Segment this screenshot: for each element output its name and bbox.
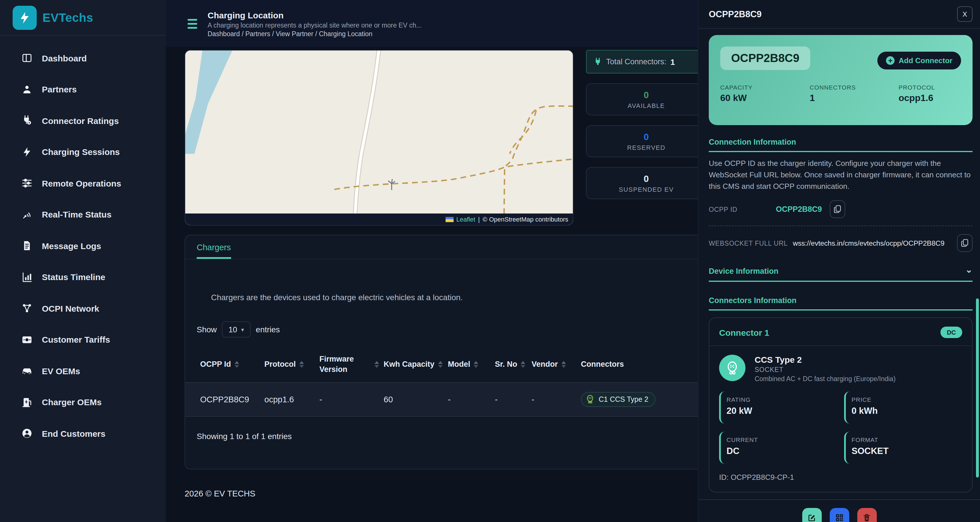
dc-badge: DC [940, 327, 962, 338]
connector-type-row: CCS Type 2 SOCKET Combined AC + DC fast … [710, 346, 972, 382]
chevron-down-icon: ▾ [241, 326, 244, 333]
cell-model: - [448, 395, 495, 404]
edit-connector-button[interactable] [802, 508, 821, 522]
sort-icon[interactable] [562, 361, 566, 368]
column-header-kwh[interactable]: Kwh Capacity [383, 359, 448, 369]
sort-icon[interactable] [474, 361, 478, 368]
sidebar-item-remote-operations[interactable]: Remote Operations [0, 168, 166, 199]
column-header-ocpp-id[interactable]: OCPP Id [200, 359, 264, 369]
osm-attribution[interactable]: © OpenStreetMap contributors [482, 216, 568, 223]
column-header-sr-no[interactable]: Sr. No [495, 359, 531, 369]
sidebar-item-end-customers[interactable]: End Customers [0, 418, 166, 449]
sidebar-item-customer-tariffs[interactable]: Customer Tariffs [0, 324, 166, 355]
sidebar-item-charger-oems[interactable]: Charger OEMs [0, 386, 166, 418]
brand[interactable]: EVTechs [0, 0, 166, 35]
total-connectors-value: 1 [670, 57, 675, 66]
page-size-select[interactable]: 10 ▾ [222, 321, 251, 337]
page-subtitle: A charging location represents a physica… [208, 22, 422, 29]
cell-protocol: ocpp1.6 [264, 395, 320, 404]
copy-websocket-url-button[interactable] [957, 234, 972, 252]
sliders-icon [21, 177, 33, 190]
ocpp-id-value: OCPP2B8C9 [776, 205, 822, 214]
panel-scrollbar[interactable] [976, 299, 979, 477]
sidebar-item-charging-sessions[interactable]: Charging Sessions [0, 136, 166, 168]
plus-icon: + [886, 56, 894, 65]
copy-icon [961, 239, 969, 247]
table-info: Showing 1 to 1 of 1 entries [185, 417, 706, 441]
copy-ocpp-id-button[interactable] [830, 200, 846, 218]
panel-title: OCPP2B8C9 [709, 9, 762, 19]
add-connector-button[interactable]: + Add Connector [877, 52, 961, 69]
total-connectors-box: Total Connectors: 1 [586, 50, 706, 73]
device-info-heading[interactable]: Device Information ⌄ [709, 266, 972, 276]
sidebar-item-status-timeline[interactable]: Status Timeline [0, 262, 166, 293]
delete-connector-button[interactable] [857, 508, 877, 522]
connector-type-description: Combined AC + DC fast charging (Europe/I… [755, 375, 896, 382]
available-counter: 0 AVAILABLE [586, 83, 706, 115]
ccs-connector-icon [719, 355, 746, 381]
connection-info-heading: Connection Information [709, 138, 972, 146]
connectors-info-heading: Connectors Information [709, 296, 972, 305]
network-icon [21, 302, 33, 315]
file-text-icon [21, 239, 33, 252]
person-icon [21, 83, 33, 96]
reserved-counter: 0 RESERVED [586, 125, 706, 157]
sort-icon[interactable] [299, 361, 304, 368]
sidebar-item-ev-oems[interactable]: EV OEMs [0, 355, 166, 386]
suspended-counter: 0 SUSPENDED EV [586, 167, 706, 199]
chargers-card: Chargers Chargers are the devices used t… [185, 235, 706, 469]
connection-description: Use OCPP ID as the charger identity. Con… [709, 158, 972, 192]
column-header-model[interactable]: Model [448, 359, 495, 369]
app: EVTechs Dashboard Partners Connector Rat… [0, 0, 980, 522]
protocol-stat: PROTOCOL ocpp1.6 [899, 84, 935, 103]
breadcrumb[interactable]: Dashboard / Partners / View Partner / Ch… [208, 30, 422, 37]
column-header-firmware[interactable]: Firmware Version [320, 354, 383, 375]
edit-icon [807, 513, 816, 522]
current-field: CURRENT DC [719, 432, 837, 464]
cell-vendor: - [531, 395, 581, 404]
total-connectors-label: Total Connectors: [606, 57, 666, 66]
table-row[interactable]: OCPP2B8C9 ocpp1.6 - 60 - - - C1 CCS Type… [185, 382, 706, 417]
connector-card: Connector 1 DC CCS Type 2 SOCKET Combine… [709, 318, 972, 492]
page-size-row: Show 10 ▾ entries [185, 302, 706, 337]
chevron-down-icon[interactable]: ⌄ [966, 265, 972, 275]
column-header-protocol[interactable]: Protocol [264, 359, 320, 369]
chart-timeline-icon [21, 271, 33, 284]
sidebar-item-dashboard[interactable]: Dashboard [0, 43, 166, 74]
websocket-url-row: WEBSOCKET FULL URL wss://evtechs.in/cms/… [709, 234, 972, 252]
cell-firmware: - [320, 395, 383, 404]
connector-type: CCS Type 2 [755, 355, 896, 364]
dashboard-icon [21, 52, 33, 65]
charger-id-chip: OCPP2B8C9 [720, 46, 810, 70]
hamburger-menu-icon[interactable] [188, 19, 197, 29]
connector-id-text: ID: OCPP2B8C9-CP-1 [710, 464, 972, 492]
sort-icon[interactable] [234, 361, 239, 368]
leaflet-link[interactable]: Leaflet [457, 216, 476, 223]
location-map[interactable]: Leaflet | © OpenStreetMap contributors [185, 50, 573, 225]
sidebar-menu: Dashboard Partners Connector Ratings Cha… [0, 35, 166, 449]
sidebar-item-message-logs[interactable]: Message Logs [0, 230, 166, 262]
sidebar: EVTechs Dashboard Partners Connector Rat… [0, 0, 166, 522]
sidebar-item-real-time-status[interactable]: Real-Time Status [0, 199, 166, 230]
tariff-card-icon [21, 334, 33, 346]
close-button[interactable]: X [957, 6, 972, 22]
sidebar-item-partners[interactable]: Partners [0, 74, 166, 105]
dashed-divider [709, 225, 972, 226]
connector-badge[interactable]: C1 CCS Type 2 [581, 392, 655, 407]
format-field: FORMAT SOCKET [844, 432, 962, 464]
rating-field: RATING 20 kW [719, 391, 837, 423]
sort-icon[interactable] [438, 361, 442, 368]
cell-connectors: C1 CCS Type 2 [581, 392, 684, 407]
column-header-vendor[interactable]: Vendor [531, 359, 581, 369]
divider [709, 281, 972, 282]
panel-header: OCPP2B8C9 X [698, 0, 980, 29]
sort-icon[interactable] [374, 361, 379, 368]
copy-icon [834, 205, 842, 214]
sort-icon[interactable] [521, 361, 525, 368]
connector-stats: Total Connectors: 1 0 AVAILABLE 0 RESERV… [586, 50, 706, 199]
sidebar-item-ocpi-network[interactable]: OCPI Network [0, 293, 166, 324]
qr-code-button[interactable] [829, 508, 849, 522]
sidebar-item-connector-ratings[interactable]: Connector Ratings [0, 105, 166, 136]
tab-chargers[interactable]: Chargers [197, 243, 231, 259]
divider [709, 151, 972, 152]
